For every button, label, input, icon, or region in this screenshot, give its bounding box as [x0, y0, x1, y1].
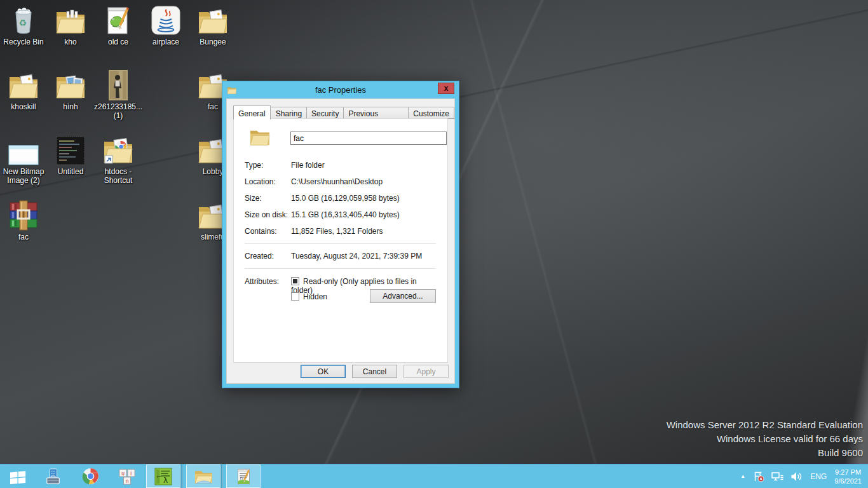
unikey-icon: u i n [118, 468, 136, 485]
field-label: Size on disk: [245, 210, 291, 219]
folder-mini-icon [227, 86, 237, 95]
close-icon[interactable]: x [438, 83, 454, 94]
folder-name-input[interactable] [290, 132, 447, 145]
bitmap-image-icon [0, 133, 49, 165]
cancel-button[interactable]: Cancel [352, 365, 397, 378]
field-row-size: Size: 15.0 GB (16,129,059,958 bytes) [245, 194, 436, 203]
desktop-icon-label: kho [45, 37, 96, 46]
ok-button[interactable]: OK [301, 365, 346, 378]
tab-security[interactable]: Security [307, 107, 344, 119]
desktop-icon-label: khoskill [0, 102, 49, 111]
folder-image-icon [0, 69, 49, 100]
server-manager-button[interactable] [35, 464, 72, 488]
recycle-bin-icon: ♻ [0, 4, 49, 36]
chrome-folder-shortcut-icon [93, 133, 144, 165]
desktop-icon-label: hình [45, 102, 96, 111]
watermark-line-2: Windows License valid for 66 days [667, 432, 863, 446]
fac-properties-dialog: fac Properties x General Sharing Securit… [222, 81, 459, 388]
desktop-icon-label: Recycle Bin [0, 37, 49, 46]
tab-sharing[interactable]: Sharing [271, 107, 307, 119]
notepadpp-file-icon [93, 4, 144, 36]
speaker-icon[interactable] [790, 471, 803, 482]
tray-expand-icon[interactable]: ▲ [739, 473, 747, 479]
folder-files-icon [45, 4, 96, 36]
tab-customize[interactable]: Customize [409, 107, 454, 119]
system-tray: ▲ ENG 9:27 PM 9/6/2021 [739, 464, 868, 488]
language-indicator[interactable]: ENG [808, 472, 829, 481]
tray-time: 9:27 PM [834, 468, 862, 477]
svg-text:⌐: ⌐ [156, 471, 162, 479]
desktop-icon-airplace[interactable]: airplace [140, 4, 191, 46]
svg-text:u: u [121, 470, 125, 476]
desktop-icon-label: old ce [93, 37, 144, 46]
lambda-app-icon: λ ⌐ [154, 468, 172, 485]
desktop-icon-hinh[interactable]: hình [45, 69, 96, 111]
network-icon[interactable] [771, 471, 784, 482]
field-value: C:\Users\huunhan\Desktop [291, 177, 383, 186]
dialog-body: General Sharing Security Previous Versio… [226, 98, 455, 384]
field-label: Created: [245, 252, 291, 261]
desktop-icon-label: New Bitmap Image (2) [0, 167, 49, 185]
field-row-created: Created: Tuesday, August 24, 2021, 7:39:… [245, 252, 436, 261]
desktop-icon-khoskill[interactable]: khoskill [0, 69, 49, 111]
svg-text:♻: ♻ [19, 18, 27, 28]
unikey-button[interactable]: u i n [109, 464, 146, 488]
dialog-titlebar[interactable]: fac Properties x [222, 81, 459, 98]
desktop-icon-bungee[interactable]: Bungee [187, 4, 238, 46]
tab-general[interactable]: General [233, 105, 271, 119]
desktop-icon-z261233185[interactable]: z261233185... (1) [93, 69, 144, 120]
tray-clock[interactable]: 9:27 PM 9/6/2021 [834, 468, 862, 485]
photo-thumbnail-icon [93, 69, 144, 100]
desktop-icon-new-bitmap[interactable]: New Bitmap Image (2) [0, 133, 49, 185]
svg-text:λ: λ [163, 476, 168, 485]
advanced-button[interactable]: Advanced... [370, 289, 436, 303]
desktop: ♻ Recycle Bin kho [0, 0, 868, 464]
desktop-icon-fac-archive[interactable]: fac [0, 199, 49, 241]
hidden-checkbox[interactable] [291, 292, 299, 301]
action-center-flag-icon[interactable] [752, 471, 765, 482]
windows-logo-icon [9, 469, 27, 484]
desktop-icon-old-ce[interactable]: old ce [93, 4, 144, 46]
lambda-app-button[interactable]: λ ⌐ [146, 464, 180, 488]
desktop-icon-label: Untitled [45, 167, 96, 176]
apply-button[interactable]: Apply [403, 365, 449, 378]
field-value: 15.1 GB (16,313,405,440 bytes) [291, 210, 400, 219]
field-label: Type: [245, 161, 291, 170]
start-button[interactable] [0, 464, 35, 488]
desktop-icon-label: Bungee [187, 37, 238, 46]
desktop-icon-htdocs-shortcut[interactable]: htdocs - Shortcut [93, 133, 144, 185]
svg-text:i: i [130, 470, 132, 476]
field-row-type: Type: File folder [245, 161, 436, 170]
desktop-icon-label: fac [0, 233, 49, 241]
desktop-icon-label: z261233185... (1) [93, 102, 144, 120]
notepad-document-icon: ⊓⁺⁺ [235, 468, 252, 485]
chrome-button[interactable] [72, 464, 109, 488]
desktop-icon-untitled[interactable]: Untitled [45, 133, 96, 176]
separator [245, 268, 436, 269]
code-file-icon [45, 133, 96, 165]
field-row-contains: Contains: 11,852 Files, 1,321 Folders [245, 227, 436, 236]
chrome-icon [82, 468, 99, 485]
field-row-location: Location: C:\Users\huunhan\Desktop [245, 177, 436, 186]
notepad-document-button[interactable]: ⊓⁺⁺ [226, 464, 261, 488]
desktop-icon-kho[interactable]: kho [45, 4, 96, 46]
field-row-size-on-disk: Size on disk: 15.1 GB (16,313,405,440 by… [245, 210, 436, 219]
folder-photos-icon [45, 69, 96, 100]
svg-text:⊓⁺⁺: ⊓⁺⁺ [240, 475, 247, 480]
watermark-line-3: Build 9600 [667, 446, 863, 460]
field-value: 15.0 GB (16,129,059,958 bytes) [291, 194, 400, 203]
dialog-title: fac Properties [222, 85, 459, 95]
field-label: Contains: [245, 227, 291, 236]
file-explorer-button[interactable] [186, 464, 220, 488]
folder-large-icon [249, 128, 271, 147]
field-label: Location: [245, 177, 291, 186]
separator [245, 243, 436, 244]
field-label: Size: [245, 194, 291, 203]
readonly-checkbox[interactable] [291, 277, 299, 285]
hidden-label: Hidden [303, 292, 327, 301]
field-value: 11,852 Files, 1,321 Folders [291, 227, 383, 236]
tab-previous-versions[interactable]: Previous Versions [344, 107, 409, 119]
desktop-icon-recycle-bin[interactable]: ♻ Recycle Bin [0, 4, 49, 46]
general-tab-page: Type: File folder Location: C:\Users\huu… [233, 118, 448, 363]
taskbar-buttons: u i n λ ⌐ [0, 464, 264, 488]
